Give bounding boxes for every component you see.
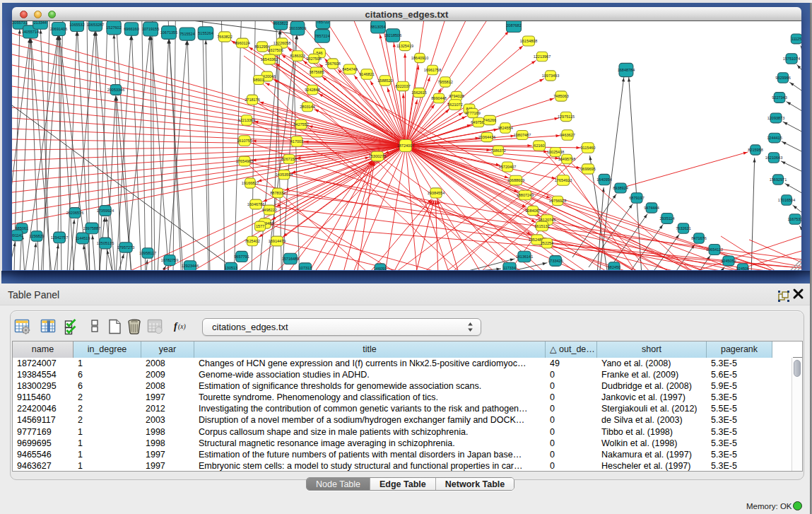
svg-text:23975887: 23975887 (83, 226, 100, 230)
svg-text:8990448: 8990448 (431, 96, 446, 100)
svg-text:14055714: 14055714 (22, 30, 39, 34)
svg-text:9245052: 9245052 (721, 259, 736, 263)
svg-text:2087682: 2087682 (506, 23, 521, 28)
svg-text:924506: 924506 (736, 267, 749, 270)
svg-text:9146821: 9146821 (359, 72, 374, 76)
svg-text:12942757: 12942757 (51, 235, 68, 240)
svg-text:5155264: 5155264 (198, 31, 213, 35)
svg-text:15751074: 15751074 (783, 57, 800, 61)
svg-text:9474444: 9474444 (644, 206, 659, 210)
svg-text:8427552: 8427552 (293, 122, 308, 127)
svg-text:1167533: 1167533 (787, 217, 801, 221)
svg-text:417003: 417003 (290, 139, 303, 144)
svg-text:982450: 982450 (608, 265, 620, 269)
svg-text:17654985: 17654985 (236, 159, 253, 163)
svg-text:7955812: 7955812 (437, 80, 452, 84)
svg-text:(x): (x) (178, 323, 186, 331)
svg-text:9794028: 9794028 (449, 94, 464, 98)
svg-text:8322037: 8322037 (395, 84, 410, 88)
svg-text:117334: 117334 (503, 266, 516, 270)
svg-text:20691406: 20691406 (50, 27, 67, 31)
svg-text:146091: 146091 (374, 267, 387, 270)
svg-text:3498222: 3498222 (261, 208, 276, 212)
svg-text:9227343: 9227343 (772, 95, 787, 100)
svg-text:10719155: 10719155 (142, 27, 159, 31)
svg-text:12505135: 12505135 (97, 241, 114, 245)
svg-text:15716485: 15716485 (282, 257, 299, 261)
svg-text:746266: 746266 (483, 118, 496, 122)
svg-text:9329966: 9329966 (775, 76, 790, 80)
svg-text:17957273: 17957273 (117, 245, 134, 250)
svg-text:1588520: 1588520 (377, 78, 392, 83)
svg-text:8267150: 8267150 (281, 157, 296, 161)
svg-text:15720407: 15720407 (499, 165, 516, 169)
svg-text:2718176: 2718176 (245, 98, 259, 102)
svg-text:1733426: 1733426 (548, 259, 563, 263)
svg-text:18724007: 18724007 (397, 144, 414, 148)
svg-text:9777169: 9777169 (465, 111, 480, 115)
svg-text:16210643: 16210643 (765, 156, 782, 160)
svg-text:19384554: 19384554 (428, 191, 445, 195)
svg-text:0699695: 0699695 (580, 167, 595, 171)
svg-text:10973493: 10973493 (542, 74, 559, 78)
svg-text:10688609: 10688609 (507, 178, 524, 182)
svg-text:9657791: 9657791 (234, 255, 249, 259)
svg-text:12975115: 12975115 (558, 115, 575, 119)
svg-text:17654923: 17654923 (555, 178, 572, 182)
svg-text:391141: 391141 (12, 233, 23, 238)
svg-text:785722: 785722 (317, 21, 329, 24)
svg-text:10807487: 10807487 (514, 133, 531, 137)
svg-text:12213369: 12213369 (238, 118, 255, 122)
svg-text:3875685: 3875685 (309, 70, 324, 74)
svg-text:107313: 107313 (299, 266, 312, 270)
svg-text:7386372: 7386372 (490, 148, 505, 153)
svg-text:9463627: 9463627 (560, 133, 575, 137)
svg-text:8471676: 8471676 (691, 236, 706, 240)
svg-text:1065532: 1065532 (69, 23, 84, 27)
svg-text:12093873: 12093873 (767, 116, 784, 120)
svg-text:15692971: 15692971 (770, 177, 787, 182)
svg-text:1527602: 1527602 (106, 25, 121, 30)
svg-text:7632621: 7632621 (676, 226, 690, 230)
svg-text:2803144: 2803144 (300, 105, 314, 109)
svg-text:19218506: 19218506 (384, 33, 401, 37)
svg-text:16154808: 16154808 (520, 39, 537, 43)
svg-text:8813054: 8813054 (370, 25, 385, 29)
svg-text:8938924: 8938924 (613, 186, 628, 190)
svg-text:7485063: 7485063 (553, 94, 568, 98)
svg-text:16033809: 16033809 (289, 26, 306, 30)
svg-text:14136141: 14136141 (516, 255, 533, 259)
svg-text:10958117: 10958117 (139, 251, 156, 255)
svg-text:252254: 252254 (541, 241, 553, 245)
svg-text:10654112: 10654112 (706, 247, 723, 252)
svg-text:10025438: 10025438 (547, 150, 564, 154)
svg-text:12213967: 12213967 (534, 54, 551, 59)
svg-text:1244415: 1244415 (767, 136, 782, 140)
svg-text:7663822: 7663822 (217, 35, 232, 39)
svg-text:213344: 213344 (34, 21, 47, 25)
svg-text:14353594: 14353594 (276, 173, 293, 177)
svg-text:8186323: 8186323 (290, 54, 305, 58)
svg-text:1577: 1577 (256, 224, 264, 228)
svg-text:8960124: 8960124 (235, 41, 249, 45)
svg-text:15300275: 15300275 (369, 154, 386, 158)
svg-text:18640910: 18640910 (411, 56, 428, 60)
svg-text:16914479: 16914479 (269, 239, 286, 243)
svg-text:2935114: 2935114 (659, 216, 674, 221)
svg-text:8454749: 8454749 (342, 67, 357, 71)
svg-text:16543362: 16543362 (261, 57, 278, 62)
svg-text:3824554: 3824554 (498, 126, 512, 130)
svg-text:19756928: 19756928 (549, 199, 566, 203)
svg-text:2967608: 2967608 (325, 62, 340, 66)
svg-text:17359924: 17359924 (97, 209, 114, 213)
svg-text:20364436: 20364436 (478, 135, 495, 139)
svg-text:1615132: 1615132 (534, 224, 549, 228)
svg-text:1156829: 1156829 (29, 234, 44, 238)
svg-text:16046786: 16046786 (247, 202, 264, 206)
svg-text:1640954: 1640954 (596, 177, 611, 182)
svg-text:19166827: 19166827 (242, 181, 259, 185)
svg-text:9084067: 9084067 (525, 209, 540, 213)
svg-text:98901: 98901 (253, 78, 264, 82)
svg-text:16782759: 16782759 (161, 258, 178, 262)
svg-text:1621072: 1621072 (447, 103, 462, 107)
